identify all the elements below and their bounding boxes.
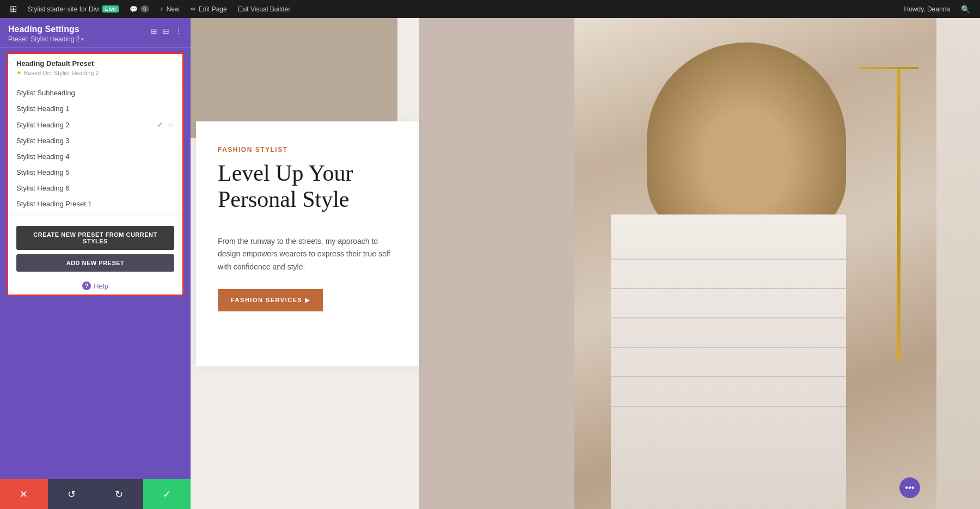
preset-based-on: ★ Based On: Stylist Heading 2 [16,69,174,76]
preset-name: Stylist Heading 5 [16,168,70,176]
preset-item-actions: ✓ ☆ [157,120,174,129]
bg-taupe-strip [419,18,601,509]
preset-name: Stylist Heading Preset 1 [16,200,92,208]
list-item[interactable]: Stylist Heading 3 [8,133,182,149]
site-content: FASHION STYLIST Level Up Your Personal S… [191,18,980,509]
exit-builder-item[interactable]: Exit Visual Builder [232,0,296,18]
based-on-text: Based On: Stylist Heading 2 [24,70,99,76]
preset-default-section: Heading Default Preset ★ Based On: Styli… [8,54,182,82]
panel-more-icon[interactable]: ⋮ [175,27,182,35]
plus-icon: + [160,5,164,13]
wp-logo-icon: ⊞ [10,4,17,14]
comment-icon: 💬 [130,5,138,13]
main-content-area: FASHION STYLIST Level Up Your Personal S… [191,18,980,509]
three-dots-button[interactable]: ••• [899,477,920,498]
panel-preset-label[interactable]: Preset: Stylist Heading 2 ▾ [8,35,84,43]
preset-buttons: CREATE NEW PRESET FROM CURRENT STYLES AD… [8,220,182,277]
user-greeting-item: Howdy, Deanna [899,0,956,18]
preset-name: Stylist Heading 2 [16,121,70,129]
list-item[interactable]: Stylist Heading 1 [8,101,182,116]
wp-admin-bar: ⊞ Stylist starter site for Divi Live 💬 0… [0,0,980,18]
save-icon: ✓ [163,488,171,500]
preset-name: Stylist Heading 1 [16,105,70,113]
new-label: New [167,5,180,13]
fashion-heading: Level Up Your Personal Style [218,160,397,213]
list-item[interactable]: Stylist Heading 6 [8,180,182,196]
heading-settings-panel: Heading Settings Preset: Stylist Heading… [0,18,191,509]
undo-button[interactable]: ↺ [48,479,96,509]
user-greeting-text: Howdy, Deanna [904,5,951,13]
preset-name: Stylist Heading 3 [16,137,70,145]
preset-text: Preset: Stylist Heading 2 [8,35,79,43]
comment-count: 0 [140,5,149,13]
preset-name: Stylist Heading 4 [16,152,70,161]
heading-line2: Personal Style [218,187,349,212]
right-edge-content [936,18,980,509]
list-item[interactable]: Stylist Subheading [8,85,182,101]
fashion-cta-button[interactable]: FASHION SERVICES ▶ [218,289,323,311]
list-item[interactable]: Stylist Heading 4 [8,149,182,164]
wp-bar-right: Howdy, Deanna 🔍 [899,0,976,18]
panel-title: Heading Settings [8,24,84,34]
undo-icon: ↺ [68,488,76,500]
help-section[interactable]: ? Help [8,277,182,295]
content-right: ••• [419,18,980,509]
redo-button[interactable]: ↻ [95,479,143,509]
redo-icon: ↻ [115,488,123,500]
fashion-divider [218,224,397,224]
exit-label: Exit Visual Builder [238,5,291,13]
list-item-active[interactable]: Stylist Heading 2 ✓ ☆ [8,116,182,133]
rack-bar-decoration [860,67,918,69]
hat-decoration [647,42,846,239]
help-icon: ? [82,281,91,290]
list-item[interactable]: Stylist Heading 5 [8,164,182,180]
search-button[interactable]: 🔍 [955,5,976,14]
main-image-area: ••• [419,18,936,509]
panel-header: Heading Settings Preset: Stylist Heading… [0,18,191,48]
star-icon: ★ [16,69,22,76]
add-preset-button[interactable]: ADD NEW PRESET [16,254,174,272]
right-edge [936,18,980,509]
preset-list: Stylist Subheading Stylist Heading 1 Sty… [8,82,182,220]
fashion-body-text: From the runway to the streets, my appro… [218,235,397,274]
edit-icon: ✏ [191,5,196,13]
live-badge: Live [102,5,119,13]
create-preset-button[interactable]: CREATE NEW PRESET FROM CURRENT STYLES [16,226,174,250]
site-name-text: Stylist starter site for Divi [28,5,100,13]
edit-page-item[interactable]: ✏ Edit Page [185,0,232,18]
content-left: FASHION STYLIST Level Up Your Personal S… [191,18,419,509]
chevron-down-icon: ▾ [81,36,84,42]
new-item[interactable]: + New [155,0,185,18]
star-outline-icon[interactable]: ☆ [168,121,174,129]
list-item[interactable]: Stylist Heading Preset 1 [8,196,182,212]
site-name-item[interactable]: Stylist starter site for Divi Live [22,0,124,18]
rack-decoration [897,67,901,361]
divider [8,214,182,215]
preset-default-name: Heading Default Preset [16,59,174,68]
save-button[interactable]: ✓ [143,479,191,509]
panel-resize-icon[interactable]: ⊟ [163,27,169,35]
three-dots-icon: ••• [905,483,915,493]
panel-focus-icon[interactable]: ⊞ [151,27,157,35]
shirt-decoration [611,214,846,509]
bottom-toolbar: ✕ ↺ ↻ ✓ [0,479,191,509]
preset-dropdown: Heading Default Preset ★ Based On: Styli… [7,52,184,296]
preset-name: Stylist Subheading [16,89,75,97]
help-label: Help [94,282,108,290]
close-button[interactable]: ✕ [0,479,48,509]
close-icon: ✕ [20,488,28,500]
comments-item[interactable]: 💬 0 [124,0,155,18]
taupe-background [191,18,397,138]
white-card: FASHION STYLIST Level Up Your Personal S… [196,121,419,366]
check-icon: ✓ [157,120,163,129]
wp-logo-item[interactable]: ⊞ [4,0,22,18]
preset-name: Stylist Heading 6 [16,184,70,192]
fashion-label: FASHION STYLIST [218,146,397,154]
edit-page-label: Edit Page [199,5,227,13]
heading-line1: Level Up Your [218,161,353,186]
model-image-area [574,18,936,509]
